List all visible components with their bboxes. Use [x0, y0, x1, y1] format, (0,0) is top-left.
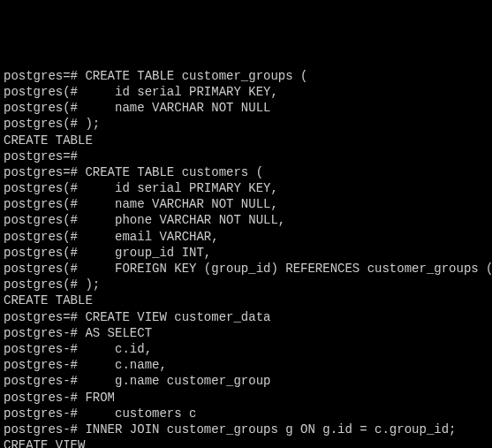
terminal-line: postgres(# name VARCHAR NOT NULL — [4, 100, 488, 116]
terminal-line: postgres=# — [4, 148, 488, 164]
terminal-line: postgres(# email VARCHAR, — [4, 229, 488, 245]
terminal-line: postgres(# group_id INT, — [4, 245, 488, 261]
terminal-line: postgres-# FROM — [4, 390, 488, 406]
terminal-line: postgres-# c.name, — [4, 357, 488, 373]
terminal-output: postgres=# CREATE TABLE customer_groups … — [4, 68, 488, 448]
terminal-line: postgres(# id serial PRIMARY KEY, — [4, 84, 488, 100]
terminal-line: postgres-# g.name customer_group — [4, 373, 488, 389]
terminal-line: postgres=# CREATE TABLE customers ( — [4, 164, 488, 180]
terminal-line: postgres-# customers c — [4, 406, 488, 421]
terminal-line: postgres(# name VARCHAR NOT NULL, — [4, 196, 488, 212]
terminal-line: postgres-# INNER JOIN customer_groups g … — [4, 421, 488, 437]
terminal-line: postgres-# AS SELECT — [4, 325, 488, 341]
terminal-line: postgres(# id serial PRIMARY KEY, — [4, 180, 488, 196]
terminal-line: postgres-# c.id, — [4, 341, 488, 357]
terminal-line: postgres=# CREATE TABLE customer_groups … — [4, 68, 488, 84]
terminal-line: postgres(# FOREIGN KEY (group_id) REFERE… — [4, 261, 488, 277]
terminal-line: postgres(# ); — [4, 116, 488, 132]
terminal-line: CREATE VIEW — [4, 437, 488, 448]
terminal-line: postgres(# ); — [4, 277, 488, 292]
terminal-line: postgres=# CREATE VIEW customer_data — [4, 309, 488, 325]
terminal-line: postgres(# phone VARCHAR NOT NULL, — [4, 212, 488, 228]
terminal-line: CREATE TABLE — [4, 133, 488, 148]
terminal-line: CREATE TABLE — [4, 292, 488, 308]
